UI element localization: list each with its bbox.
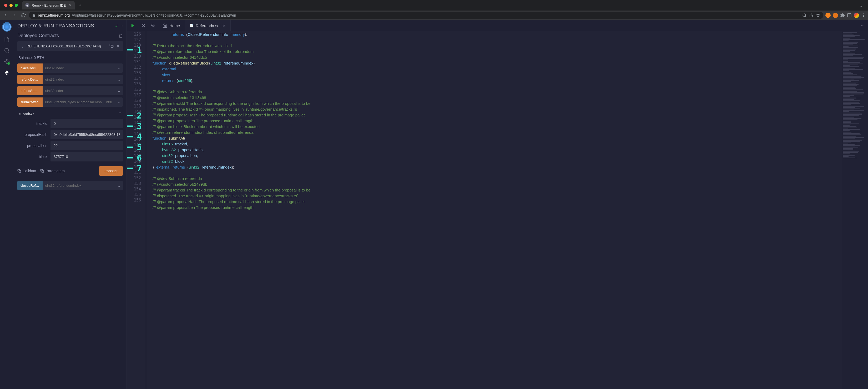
- svg-point-5: [863, 13, 864, 14]
- extension-metamask-icon[interactable]: [833, 12, 838, 18]
- run-script-button[interactable]: [127, 23, 139, 28]
- url-path: /#optimize=false&runs=200&evmVersion=nul…: [72, 13, 236, 18]
- minimize-window-icon[interactable]: [9, 4, 12, 7]
- svg-marker-13: [131, 24, 134, 27]
- close-tab-icon[interactable]: ✕: [69, 3, 71, 7]
- remove-contract-icon[interactable]: ✕: [116, 44, 120, 49]
- svg-marker-2: [816, 13, 819, 17]
- search-icon[interactable]: [4, 48, 10, 54]
- compiler-icon[interactable]: [4, 58, 10, 65]
- function-button-0[interactable]: placeDecision: [18, 63, 42, 73]
- param-input-3[interactable]: [51, 152, 123, 162]
- function-input-closedreferendum[interactable]: [42, 181, 115, 190]
- contract-name: REFERENDA AT 0X000...00811 (BLOCKCHAIN): [27, 44, 107, 48]
- svg-point-8: [5, 49, 9, 52]
- browser-tab-remix[interactable]: ◆ Remix - Ethereum IDE ✕: [22, 1, 75, 9]
- home-icon: [162, 23, 167, 28]
- deployed-contracts-heading: Deployed Contracts: [18, 33, 59, 38]
- expand-function-icon[interactable]: ⌄: [115, 86, 123, 95]
- document-icon: 📄: [190, 24, 194, 27]
- svg-rect-12: [42, 170, 44, 172]
- maximize-window-icon[interactable]: [15, 4, 18, 7]
- zoom-icon[interactable]: [802, 13, 806, 18]
- chevron-right-icon[interactable]: ›: [122, 23, 123, 28]
- zoom-in-icon[interactable]: [139, 23, 148, 28]
- code-editor[interactable]: returns (ClosedReferendumInfo memory); /…: [146, 31, 842, 389]
- copy-icon: [18, 169, 21, 173]
- copy-icon: [40, 169, 44, 173]
- tab-title: Remix - Ethereum IDE: [32, 3, 66, 7]
- editor-tab-home[interactable]: Home: [158, 20, 185, 31]
- panel-title: DEPLOY & RUN TRANSACTIONS: [18, 23, 94, 29]
- share-icon[interactable]: [809, 13, 813, 18]
- file-explorer-icon[interactable]: [4, 36, 10, 43]
- deploy-run-icon[interactable]: [4, 70, 10, 76]
- param-label-1: proposalHash:: [18, 133, 49, 137]
- svg-rect-11: [19, 170, 21, 172]
- function-input-1[interactable]: [42, 75, 115, 84]
- param-input-2[interactable]: [51, 141, 123, 150]
- function-button-1[interactable]: refundDecision: [18, 75, 42, 84]
- svg-rect-3: [847, 13, 851, 17]
- line-gutter: 126 127 128 129 130 131 132 133 134 135 …: [127, 31, 146, 389]
- function-button-3[interactable]: submitAfter: [18, 98, 42, 107]
- expanded-function-name: submitAt: [19, 112, 34, 116]
- expand-contract-icon[interactable]: ⌄: [21, 44, 24, 49]
- contract-instance-row[interactable]: ⌄ REFERENDA AT 0X000...00811 (BLOCKCHAIN…: [18, 41, 123, 51]
- expand-function-icon[interactable]: ⌄: [115, 63, 123, 73]
- function-button-2[interactable]: refundSubmiss: [18, 86, 42, 95]
- param-input-0[interactable]: [51, 119, 123, 128]
- window-controls: [2, 4, 20, 7]
- minimap[interactable]: [842, 31, 868, 389]
- tabs-dropdown-icon[interactable]: ⌄: [856, 2, 866, 9]
- param-label-2: proposalLen:: [18, 143, 49, 148]
- svg-line-17: [145, 26, 145, 27]
- new-tab-button[interactable]: +: [77, 2, 83, 9]
- expand-function-icon[interactable]: ⌄: [115, 181, 123, 190]
- zoom-out-icon[interactable]: [148, 23, 158, 28]
- star-icon[interactable]: [816, 13, 820, 18]
- profile-avatar-icon[interactable]: [854, 12, 859, 18]
- back-button[interactable]: [2, 12, 9, 19]
- more-menu-icon[interactable]: [861, 13, 866, 18]
- editor-tab-referenda[interactable]: 📄 Referenda.sol ✕: [185, 20, 231, 31]
- expand-function-icon[interactable]: ⌄: [115, 75, 123, 84]
- expand-function-icon[interactable]: ⌄: [115, 98, 123, 107]
- svg-point-6: [863, 15, 864, 16]
- forward-button[interactable]: [11, 12, 18, 19]
- lock-icon: [32, 13, 36, 17]
- check-icon: ✓: [115, 23, 118, 28]
- close-editor-tab-icon[interactable]: ✕: [222, 23, 226, 28]
- trash-icon[interactable]: [119, 34, 123, 38]
- transact-button[interactable]: transact: [99, 166, 123, 176]
- svg-line-1: [805, 16, 806, 17]
- collapse-function-icon[interactable]: ⌃: [118, 111, 122, 116]
- svg-line-20: [154, 26, 155, 27]
- expand-editor-icon[interactable]: ↔: [857, 23, 868, 28]
- param-input-1[interactable]: [51, 130, 123, 139]
- param-label-0: trackId:: [18, 121, 49, 126]
- param-label-3: block:: [18, 155, 49, 159]
- remix-logo-icon[interactable]: [2, 22, 11, 32]
- extension-icon-1[interactable]: [826, 12, 831, 18]
- url-domain: remix.ethereum.org: [38, 13, 70, 18]
- svg-point-0: [803, 14, 806, 17]
- function-input-3[interactable]: [42, 98, 115, 107]
- sidebar-toggle-icon[interactable]: [847, 13, 852, 18]
- copy-address-icon[interactable]: [110, 44, 114, 49]
- function-input-0[interactable]: [42, 63, 115, 73]
- svg-line-9: [8, 52, 9, 53]
- function-input-2[interactable]: [42, 86, 115, 95]
- copy-parameters-button[interactable]: Parameters: [40, 169, 64, 173]
- extensions-icon[interactable]: [840, 13, 845, 18]
- balance-text: Balance: 0 ETH: [18, 53, 123, 63]
- url-bar[interactable]: remix.ethereum.org/#optimize=false&runs=…: [29, 11, 823, 19]
- copy-calldata-button[interactable]: Calldata: [18, 169, 36, 173]
- close-window-icon[interactable]: [4, 4, 7, 7]
- reload-button[interactable]: [20, 12, 27, 19]
- tab-favicon-icon: ◆: [25, 3, 29, 7]
- svg-rect-10: [111, 45, 113, 48]
- svg-point-7: [863, 16, 864, 17]
- function-button-closedreferendum[interactable]: closedReferen: [18, 181, 42, 190]
